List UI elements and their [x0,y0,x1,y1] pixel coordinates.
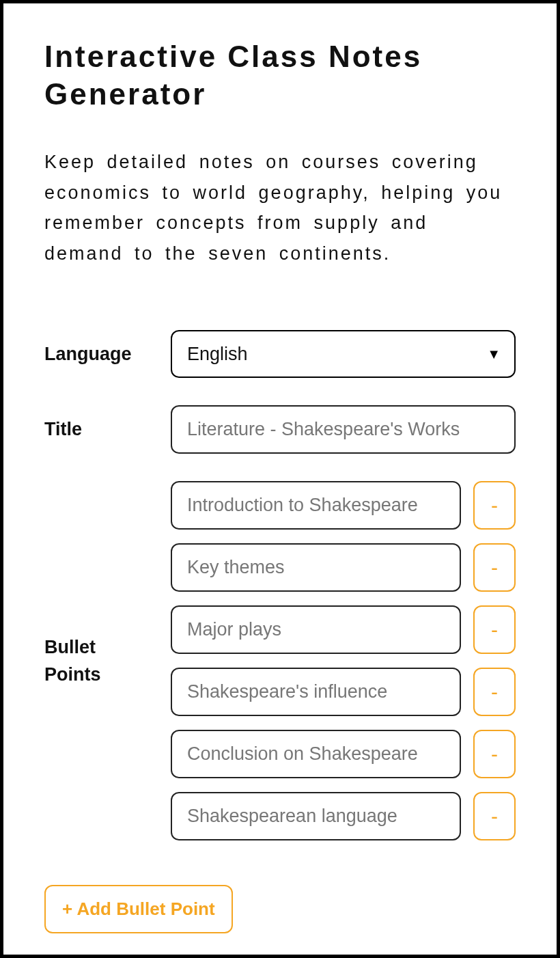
bullet-input[interactable] [171,730,461,778]
remove-bullet-button[interactable]: - [473,543,516,592]
remove-bullet-button[interactable]: - [473,730,516,778]
page-title: Interactive Class Notes Generator [44,38,516,113]
remove-bullet-button[interactable]: - [473,668,516,716]
bullet-row: - [171,543,516,592]
remove-bullet-button[interactable]: - [473,481,516,530]
bullet-row: - [171,730,516,778]
bullet-input[interactable] [171,668,461,716]
bullet-input[interactable] [171,543,461,592]
add-bullet-button[interactable]: + Add Bullet Point [44,885,233,933]
language-select[interactable]: English [171,330,516,378]
bullet-input[interactable] [171,481,461,530]
language-label: Language [44,340,150,368]
bullet-input[interactable] [171,792,461,840]
title-input[interactable] [171,405,516,454]
bullet-input[interactable] [171,605,461,654]
bullet-row: - [171,481,516,530]
remove-bullet-button[interactable]: - [473,605,516,654]
bullets-label: Bullet Points [44,633,150,689]
page-description: Keep detailed notes on courses covering … [44,147,516,269]
bullet-row: - [171,668,516,716]
bullet-row: - [171,792,516,840]
title-label: Title [44,415,150,443]
remove-bullet-button[interactable]: - [473,792,516,840]
bullet-row: - [171,605,516,654]
